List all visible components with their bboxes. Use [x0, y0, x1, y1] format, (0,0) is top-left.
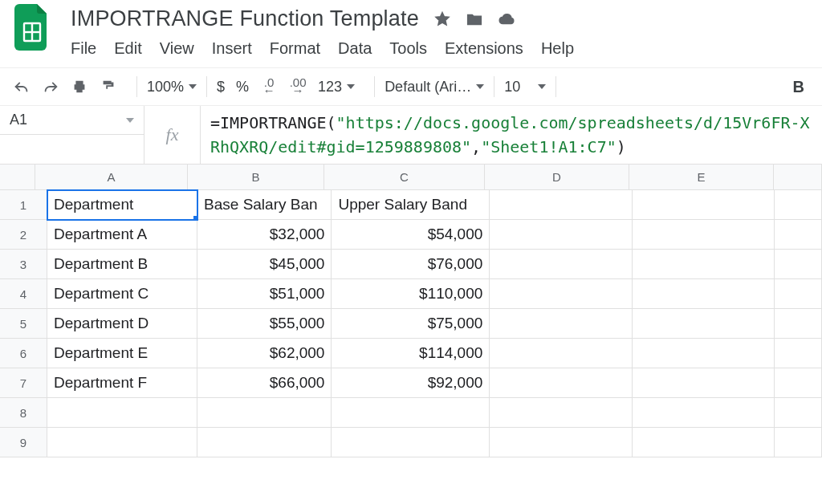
- cell[interactable]: $32,000: [197, 220, 332, 250]
- font-family-dropdown[interactable]: Default (Ari…: [385, 79, 484, 96]
- row-header[interactable]: 1: [0, 190, 47, 220]
- cell[interactable]: [490, 428, 632, 457]
- row-header[interactable]: 6: [0, 339, 47, 368]
- formula-bar[interactable]: =IMPORTRANGE("https://docs.google.com/sp…: [201, 106, 822, 164]
- star-icon[interactable]: [433, 10, 451, 28]
- cell[interactable]: $54,000: [332, 220, 490, 250]
- move-to-folder-icon[interactable]: [466, 10, 483, 28]
- select-all-corner[interactable]: [0, 165, 35, 190]
- cell[interactable]: [332, 398, 490, 428]
- cell[interactable]: $45,000: [197, 250, 332, 279]
- menu-edit[interactable]: Edit: [114, 39, 141, 58]
- cell[interactable]: Department F: [47, 368, 197, 398]
- percent-format-button[interactable]: %: [236, 79, 249, 96]
- undo-icon[interactable]: [13, 78, 31, 96]
- cell[interactable]: $62,000: [197, 339, 332, 368]
- cell[interactable]: $92,000: [332, 368, 490, 398]
- cell[interactable]: [775, 428, 822, 457]
- cell[interactable]: $55,000: [197, 309, 332, 339]
- zoom-dropdown[interactable]: 100%: [147, 79, 197, 96]
- name-box[interactable]: A1: [0, 106, 144, 135]
- menu-file[interactable]: File: [71, 39, 96, 58]
- cell[interactable]: Department E: [47, 339, 197, 368]
- cell[interactable]: [775, 309, 822, 339]
- cell[interactable]: Department B: [47, 250, 197, 279]
- row-header[interactable]: 7: [0, 368, 47, 398]
- menu-view[interactable]: View: [160, 39, 194, 58]
- column-header[interactable]: B: [188, 165, 324, 190]
- cell[interactable]: $76,000: [332, 250, 490, 279]
- row-header[interactable]: 2: [0, 220, 47, 250]
- cell[interactable]: [197, 398, 332, 428]
- column-header[interactable]: C: [324, 165, 485, 190]
- print-icon[interactable]: [71, 78, 88, 96]
- cell[interactable]: [490, 368, 632, 398]
- menu-help[interactable]: Help: [541, 39, 574, 58]
- cell[interactable]: [775, 398, 822, 428]
- cell-E1[interactable]: [633, 190, 775, 220]
- cell[interactable]: $66,000: [197, 368, 332, 398]
- cell[interactable]: [633, 250, 775, 279]
- cell[interactable]: [490, 279, 632, 309]
- cell[interactable]: $110,000: [332, 279, 490, 309]
- cell-A1[interactable]: Department: [47, 190, 197, 220]
- document-title[interactable]: IMPORTRANGE Function Template: [71, 6, 419, 31]
- cell-F1[interactable]: [775, 190, 822, 220]
- cell[interactable]: [633, 309, 775, 339]
- cell[interactable]: [633, 279, 775, 309]
- cell[interactable]: [490, 250, 632, 279]
- menu-insert[interactable]: Insert: [212, 39, 252, 58]
- cell[interactable]: [775, 368, 822, 398]
- cell[interactable]: [490, 398, 632, 428]
- number-format-dropdown[interactable]: 123: [318, 79, 355, 96]
- column-header[interactable]: A: [35, 165, 188, 190]
- font-size-dropdown[interactable]: 10: [504, 79, 546, 96]
- column-header[interactable]: [774, 165, 822, 190]
- sheets-logo[interactable]: [11, 6, 53, 48]
- increase-decimal-icon[interactable]: .00→: [289, 78, 307, 96]
- cell[interactable]: $114,000: [332, 339, 490, 368]
- column-header[interactable]: D: [485, 165, 629, 190]
- cell[interactable]: [775, 220, 822, 250]
- row-header[interactable]: 3: [0, 250, 47, 279]
- cell[interactable]: Department D: [47, 309, 197, 339]
- cell-C1[interactable]: Upper Salary Band: [332, 190, 490, 220]
- cell-D1[interactable]: [490, 190, 632, 220]
- bold-button[interactable]: B: [793, 78, 809, 96]
- row-header[interactable]: 4: [0, 279, 47, 309]
- menu-format[interactable]: Format: [270, 39, 320, 58]
- menu-tools[interactable]: Tools: [389, 39, 427, 58]
- cell[interactable]: $75,000: [332, 309, 490, 339]
- cell[interactable]: [490, 309, 632, 339]
- currency-format-button[interactable]: $: [217, 79, 225, 96]
- cell[interactable]: [197, 428, 332, 457]
- paint-format-icon[interactable]: [100, 78, 117, 96]
- selection-handle[interactable]: [193, 216, 197, 220]
- cell[interactable]: Department C: [47, 279, 197, 309]
- redo-icon[interactable]: [42, 78, 59, 96]
- cell[interactable]: [775, 250, 822, 279]
- cell[interactable]: [633, 428, 775, 457]
- cell[interactable]: [47, 428, 197, 457]
- cell[interactable]: [332, 428, 490, 457]
- cell[interactable]: [775, 339, 822, 368]
- cell[interactable]: [633, 368, 775, 398]
- cell[interactable]: [47, 398, 197, 428]
- row-header[interactable]: 9: [0, 428, 47, 457]
- cell[interactable]: [775, 279, 822, 309]
- cloud-status-icon[interactable]: [498, 10, 515, 28]
- cell-B1[interactable]: Base Salary Ban: [197, 190, 332, 220]
- menu-data[interactable]: Data: [338, 39, 372, 58]
- cell[interactable]: Department A: [47, 220, 197, 250]
- cell[interactable]: $51,000: [197, 279, 332, 309]
- cell[interactable]: [633, 398, 775, 428]
- cell[interactable]: [633, 339, 775, 368]
- decrease-decimal-icon[interactable]: .0←: [260, 78, 278, 96]
- row-header[interactable]: 5: [0, 309, 47, 339]
- cell[interactable]: [633, 220, 775, 250]
- cell[interactable]: [490, 220, 632, 250]
- column-header[interactable]: E: [629, 165, 774, 190]
- menu-extensions[interactable]: Extensions: [445, 39, 523, 58]
- row-header[interactable]: 8: [0, 398, 47, 428]
- cell[interactable]: [490, 339, 632, 368]
